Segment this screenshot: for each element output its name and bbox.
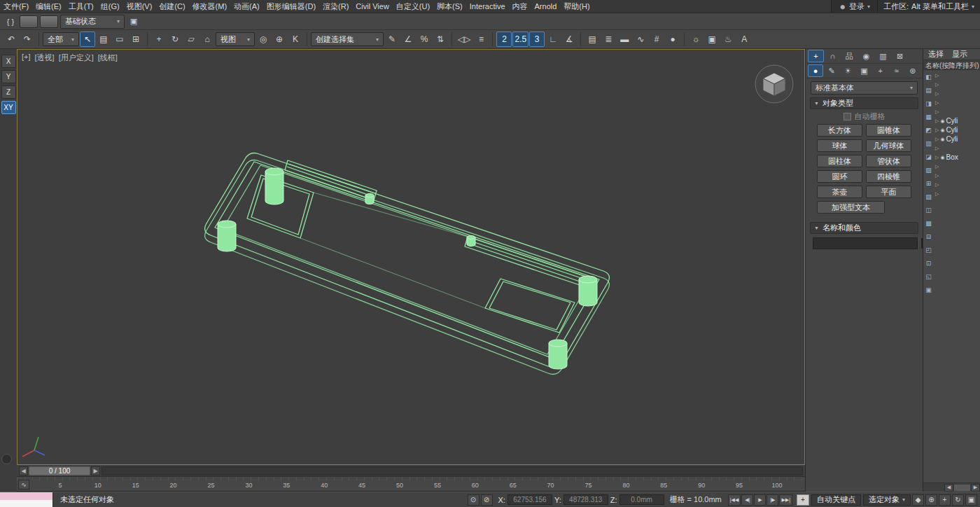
viewport-layout-tabs-icon[interactable] bbox=[1, 454, 12, 464]
scene-explorer-row[interactable]: ▷ bbox=[934, 162, 980, 171]
scene-explorer-row[interactable]: ▷◉Cyli bbox=[934, 134, 980, 144]
scroll-left-icon[interactable]: ◀ bbox=[944, 484, 953, 492]
pan-icon[interactable]: + bbox=[939, 494, 951, 506]
menu-item[interactable]: 工具(T) bbox=[65, 0, 97, 13]
geometry-subtab[interactable]: ● bbox=[808, 64, 823, 77]
lights-subtab[interactable]: ☀ bbox=[840, 64, 855, 77]
explorer-select-menu[interactable]: 选择 bbox=[928, 49, 944, 60]
auto-key-button[interactable]: 自动关键点 bbox=[811, 494, 861, 506]
expand-arrow-icon[interactable]: ▷ bbox=[935, 73, 939, 78]
explorer-filter-icon[interactable]: ▥ bbox=[925, 140, 932, 148]
primitive-button[interactable]: 茶壶 bbox=[817, 186, 862, 198]
explorer-filter-icon[interactable]: ⊟ bbox=[925, 233, 932, 241]
ribbon-toggle-icon[interactable]: ▬ bbox=[617, 32, 632, 47]
visibility-icon[interactable]: ◉ bbox=[940, 118, 944, 124]
curve-editor-icon[interactable]: ∿ bbox=[633, 32, 648, 47]
motion-tab[interactable]: ◉ bbox=[858, 50, 874, 62]
scene-explorer-toggle-icon[interactable]: ▤ bbox=[584, 32, 600, 47]
explorer-filter-icon[interactable]: ◧ bbox=[925, 74, 932, 81]
ortho-snap-icon[interactable]: ∟ bbox=[545, 32, 561, 47]
systems-subtab[interactable]: ⊛ bbox=[905, 64, 920, 77]
scroll-right-icon[interactable]: ▶ bbox=[971, 484, 980, 492]
menu-item[interactable]: 内容 bbox=[509, 0, 531, 13]
viewport-label-token[interactable]: [用户定义] bbox=[59, 53, 94, 63]
visibility-icon[interactable]: ◉ bbox=[940, 127, 944, 133]
menu-item[interactable]: 视图(V) bbox=[123, 0, 156, 13]
explorer-filter-icon[interactable]: ▩ bbox=[925, 220, 932, 228]
scene-explorer-row[interactable]: ▷ bbox=[934, 89, 980, 98]
expand-arrow-icon[interactable]: ▷ bbox=[935, 127, 939, 133]
explorer-hscrollbar[interactable]: ◀ ▶ bbox=[923, 482, 980, 492]
use-pivot-center-icon[interactable]: ◎ bbox=[255, 32, 271, 47]
cameras-subtab[interactable]: ▣ bbox=[856, 64, 872, 77]
autogrid-checkbox[interactable] bbox=[844, 113, 851, 120]
primitive-button[interactable]: 长方体 bbox=[817, 124, 862, 137]
keyboard-override-icon[interactable]: K bbox=[288, 32, 303, 47]
primitive-button[interactable]: 平面 bbox=[866, 186, 911, 198]
rectangular-selection-icon[interactable]: ▭ bbox=[112, 32, 127, 47]
x-coordinate-field[interactable]: 62753.156 bbox=[507, 494, 552, 505]
select-object-icon[interactable]: ↖ bbox=[80, 32, 95, 47]
snap-3d-icon[interactable]: 3 bbox=[529, 32, 545, 47]
key-filters-icon[interactable]: ◆ bbox=[912, 494, 924, 506]
zoom-icon[interactable]: ⊕ bbox=[925, 494, 937, 506]
display-tab[interactable]: ▥ bbox=[875, 50, 891, 62]
snap-2d-icon[interactable]: 2 bbox=[496, 32, 512, 47]
go-to-end-button[interactable]: ▶▶| bbox=[779, 494, 792, 506]
viewport-general-menu[interactable]: [+] bbox=[22, 53, 31, 63]
angle-snap-icon[interactable]: ∠ bbox=[400, 32, 416, 47]
selection-lock-icon[interactable]: ⊘ bbox=[481, 494, 493, 506]
expand-arrow-icon[interactable]: ▷ bbox=[935, 182, 939, 188]
named-selection-sets-dropdown[interactable]: 创建选择集▾ bbox=[311, 32, 384, 46]
select-by-name-icon[interactable]: ▤ bbox=[96, 32, 111, 47]
z-coordinate-field[interactable]: 0.0mm bbox=[620, 494, 664, 505]
explorer-filter-icon[interactable]: ⊞ bbox=[925, 180, 932, 188]
select-and-rotate-icon[interactable]: ↻ bbox=[167, 32, 183, 47]
menu-item[interactable]: 帮助(H) bbox=[560, 0, 593, 13]
explorer-display-menu[interactable]: 显示 bbox=[952, 49, 967, 60]
state-sets-icon[interactable]: { } bbox=[4, 15, 18, 28]
scene-explorer-row[interactable]: ▷ bbox=[934, 171, 980, 180]
scrollbar-thumb[interactable] bbox=[954, 485, 970, 491]
viewport-label-token[interactable]: [透视] bbox=[35, 53, 55, 63]
helpers-subtab[interactable]: + bbox=[873, 64, 888, 77]
visibility-icon[interactable]: ◉ bbox=[940, 137, 944, 142]
undo-icon[interactable]: ↶ bbox=[4, 32, 19, 47]
menu-item[interactable]: 自定义(U) bbox=[393, 0, 433, 13]
primitive-button[interactable]: 四棱锥 bbox=[866, 170, 911, 183]
time-slider-handle[interactable]: 0 / 100 bbox=[29, 466, 90, 475]
name-color-rollout-header[interactable]: ▼ 名称和颜色 bbox=[810, 222, 918, 234]
visibility-icon[interactable]: ◉ bbox=[940, 155, 944, 160]
scene-explorer-row[interactable]: ▷◉Box bbox=[934, 153, 980, 162]
primitive-button[interactable]: 球体 bbox=[817, 139, 862, 152]
next-frame-arrow[interactable]: ▶ bbox=[91, 466, 100, 475]
explorer-filter-icon[interactable]: ◩ bbox=[925, 127, 932, 134]
name-column-header[interactable]: 名称(按降序排列) bbox=[923, 60, 980, 70]
menu-item[interactable]: Interactive bbox=[466, 0, 509, 13]
scene-explorer-row[interactable]: ▷ bbox=[934, 189, 980, 198]
explorer-filter-icon[interactable]: ⊡ bbox=[925, 260, 932, 268]
scene-state-dropdown[interactable]: 基础状态 ▾ bbox=[60, 15, 125, 29]
expand-arrow-icon[interactable]: ▷ bbox=[935, 82, 939, 88]
explorer-filter-icon[interactable]: ▨ bbox=[925, 193, 932, 201]
axis-constraint-z[interactable]: Z bbox=[1, 85, 16, 99]
scene-explorer-row[interactable]: ▷ bbox=[934, 80, 980, 89]
menu-item[interactable]: 图形编辑器(D) bbox=[263, 0, 319, 13]
explorer-filter-icon[interactable]: ◪ bbox=[925, 153, 932, 161]
explorer-filter-icon[interactable]: ▦ bbox=[925, 113, 932, 121]
state-thumbnail-1[interactable] bbox=[20, 15, 38, 28]
isolate-selection-icon[interactable]: ⊙ bbox=[468, 494, 479, 506]
menu-item[interactable]: Arnold bbox=[531, 0, 561, 13]
select-and-move-icon[interactable]: + bbox=[151, 32, 167, 47]
scene-explorer-row[interactable]: ▷ bbox=[934, 98, 980, 107]
spacewarps-subtab[interactable]: ≈ bbox=[889, 64, 904, 77]
primitive-button[interactable]: 圆环 bbox=[817, 170, 862, 183]
previous-frame-arrow[interactable]: ◀ bbox=[19, 466, 28, 475]
rendered-frame-icon[interactable]: ▣ bbox=[704, 32, 720, 47]
expand-arrow-icon[interactable]: ▷ bbox=[935, 100, 939, 106]
menu-item[interactable]: 脚本(S) bbox=[433, 0, 466, 13]
viewport-label-token[interactable]: [线框] bbox=[98, 53, 118, 63]
maxscript-mini-listener[interactable] bbox=[0, 492, 53, 507]
scene-explorer-row[interactable]: ▷ bbox=[934, 144, 980, 153]
spinner-snap-icon[interactable]: ⇅ bbox=[433, 32, 448, 47]
